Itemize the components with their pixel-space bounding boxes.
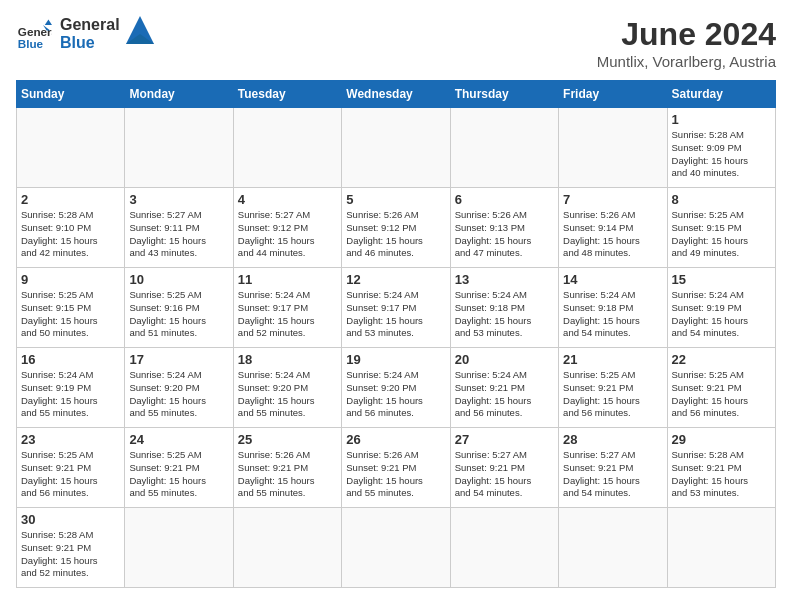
calendar-cell <box>233 508 341 588</box>
calendar-cell: 16Sunrise: 5:24 AM Sunset: 9:19 PM Dayli… <box>17 348 125 428</box>
day-number: 24 <box>129 432 228 447</box>
calendar-cell: 26Sunrise: 5:26 AM Sunset: 9:21 PM Dayli… <box>342 428 450 508</box>
day-number: 29 <box>672 432 771 447</box>
logo-icon: General Blue <box>16 16 52 52</box>
day-info: Sunrise: 5:24 AM Sunset: 9:21 PM Dayligh… <box>455 369 554 420</box>
day-number: 13 <box>455 272 554 287</box>
calendar-cell <box>559 508 667 588</box>
calendar-week-3: 16Sunrise: 5:24 AM Sunset: 9:19 PM Dayli… <box>17 348 776 428</box>
day-info: Sunrise: 5:24 AM Sunset: 9:19 PM Dayligh… <box>672 289 771 340</box>
day-number: 27 <box>455 432 554 447</box>
day-info: Sunrise: 5:28 AM Sunset: 9:09 PM Dayligh… <box>672 129 771 180</box>
day-info: Sunrise: 5:27 AM Sunset: 9:11 PM Dayligh… <box>129 209 228 260</box>
calendar-header-saturday: Saturday <box>667 81 775 108</box>
calendar-cell: 7Sunrise: 5:26 AM Sunset: 9:14 PM Daylig… <box>559 188 667 268</box>
day-number: 28 <box>563 432 662 447</box>
day-number: 7 <box>563 192 662 207</box>
day-info: Sunrise: 5:25 AM Sunset: 9:16 PM Dayligh… <box>129 289 228 340</box>
svg-marker-2 <box>45 20 52 25</box>
day-number: 16 <box>21 352 120 367</box>
calendar-cell: 20Sunrise: 5:24 AM Sunset: 9:21 PM Dayli… <box>450 348 558 428</box>
calendar-cell: 15Sunrise: 5:24 AM Sunset: 9:19 PM Dayli… <box>667 268 775 348</box>
calendar-cell <box>125 508 233 588</box>
calendar-cell <box>450 108 558 188</box>
calendar-header-friday: Friday <box>559 81 667 108</box>
month-title: June 2024 <box>597 16 776 53</box>
day-number: 1 <box>672 112 771 127</box>
day-number: 8 <box>672 192 771 207</box>
day-number: 21 <box>563 352 662 367</box>
day-info: Sunrise: 5:24 AM Sunset: 9:20 PM Dayligh… <box>129 369 228 420</box>
calendar-cell: 27Sunrise: 5:27 AM Sunset: 9:21 PM Dayli… <box>450 428 558 508</box>
calendar-cell: 28Sunrise: 5:27 AM Sunset: 9:21 PM Dayli… <box>559 428 667 508</box>
calendar-week-2: 9Sunrise: 5:25 AM Sunset: 9:15 PM Daylig… <box>17 268 776 348</box>
calendar-cell: 8Sunrise: 5:25 AM Sunset: 9:15 PM Daylig… <box>667 188 775 268</box>
day-info: Sunrise: 5:26 AM Sunset: 9:21 PM Dayligh… <box>238 449 337 500</box>
calendar-header-tuesday: Tuesday <box>233 81 341 108</box>
calendar-cell: 1Sunrise: 5:28 AM Sunset: 9:09 PM Daylig… <box>667 108 775 188</box>
calendar-cell: 10Sunrise: 5:25 AM Sunset: 9:16 PM Dayli… <box>125 268 233 348</box>
calendar-cell: 29Sunrise: 5:28 AM Sunset: 9:21 PM Dayli… <box>667 428 775 508</box>
svg-text:General: General <box>18 25 52 38</box>
day-number: 30 <box>21 512 120 527</box>
calendar-header-sunday: Sunday <box>17 81 125 108</box>
day-info: Sunrise: 5:26 AM Sunset: 9:14 PM Dayligh… <box>563 209 662 260</box>
calendar-cell: 17Sunrise: 5:24 AM Sunset: 9:20 PM Dayli… <box>125 348 233 428</box>
location-title: Muntlix, Vorarlberg, Austria <box>597 53 776 70</box>
calendar-cell: 3Sunrise: 5:27 AM Sunset: 9:11 PM Daylig… <box>125 188 233 268</box>
day-number: 3 <box>129 192 228 207</box>
logo-blue-text: Blue <box>60 34 120 52</box>
header: General Blue General Blue June 2024 Munt… <box>16 16 776 70</box>
day-number: 25 <box>238 432 337 447</box>
day-info: Sunrise: 5:27 AM Sunset: 9:12 PM Dayligh… <box>238 209 337 260</box>
day-info: Sunrise: 5:26 AM Sunset: 9:21 PM Dayligh… <box>346 449 445 500</box>
day-info: Sunrise: 5:25 AM Sunset: 9:15 PM Dayligh… <box>672 209 771 260</box>
calendar-cell: 30Sunrise: 5:28 AM Sunset: 9:21 PM Dayli… <box>17 508 125 588</box>
day-info: Sunrise: 5:24 AM Sunset: 9:20 PM Dayligh… <box>346 369 445 420</box>
day-info: Sunrise: 5:27 AM Sunset: 9:21 PM Dayligh… <box>563 449 662 500</box>
calendar-table: SundayMondayTuesdayWednesdayThursdayFrid… <box>16 80 776 588</box>
calendar-cell <box>559 108 667 188</box>
logo-triangle-icon <box>126 16 154 44</box>
day-number: 17 <box>129 352 228 367</box>
calendar-header-row: SundayMondayTuesdayWednesdayThursdayFrid… <box>17 81 776 108</box>
calendar-cell <box>342 108 450 188</box>
day-number: 23 <box>21 432 120 447</box>
day-number: 14 <box>563 272 662 287</box>
day-info: Sunrise: 5:26 AM Sunset: 9:13 PM Dayligh… <box>455 209 554 260</box>
day-number: 15 <box>672 272 771 287</box>
day-number: 22 <box>672 352 771 367</box>
calendar-cell <box>667 508 775 588</box>
day-info: Sunrise: 5:24 AM Sunset: 9:17 PM Dayligh… <box>346 289 445 340</box>
day-info: Sunrise: 5:27 AM Sunset: 9:21 PM Dayligh… <box>455 449 554 500</box>
calendar-cell <box>450 508 558 588</box>
day-info: Sunrise: 5:26 AM Sunset: 9:12 PM Dayligh… <box>346 209 445 260</box>
day-number: 12 <box>346 272 445 287</box>
day-info: Sunrise: 5:25 AM Sunset: 9:15 PM Dayligh… <box>21 289 120 340</box>
calendar-header-monday: Monday <box>125 81 233 108</box>
logo: General Blue General Blue <box>16 16 154 52</box>
day-info: Sunrise: 5:24 AM Sunset: 9:20 PM Dayligh… <box>238 369 337 420</box>
day-number: 19 <box>346 352 445 367</box>
calendar-cell <box>342 508 450 588</box>
day-info: Sunrise: 5:24 AM Sunset: 9:18 PM Dayligh… <box>455 289 554 340</box>
logo-general-text: General <box>60 16 120 34</box>
calendar-cell: 18Sunrise: 5:24 AM Sunset: 9:20 PM Dayli… <box>233 348 341 428</box>
day-info: Sunrise: 5:28 AM Sunset: 9:21 PM Dayligh… <box>21 529 120 580</box>
calendar-cell: 6Sunrise: 5:26 AM Sunset: 9:13 PM Daylig… <box>450 188 558 268</box>
day-number: 10 <box>129 272 228 287</box>
calendar-cell: 19Sunrise: 5:24 AM Sunset: 9:20 PM Dayli… <box>342 348 450 428</box>
day-info: Sunrise: 5:25 AM Sunset: 9:21 PM Dayligh… <box>129 449 228 500</box>
calendar-cell: 4Sunrise: 5:27 AM Sunset: 9:12 PM Daylig… <box>233 188 341 268</box>
day-number: 5 <box>346 192 445 207</box>
calendar-cell: 22Sunrise: 5:25 AM Sunset: 9:21 PM Dayli… <box>667 348 775 428</box>
day-number: 11 <box>238 272 337 287</box>
calendar-cell: 5Sunrise: 5:26 AM Sunset: 9:12 PM Daylig… <box>342 188 450 268</box>
calendar-week-1: 2Sunrise: 5:28 AM Sunset: 9:10 PM Daylig… <box>17 188 776 268</box>
day-number: 2 <box>21 192 120 207</box>
calendar-cell <box>125 108 233 188</box>
calendar-cell: 24Sunrise: 5:25 AM Sunset: 9:21 PM Dayli… <box>125 428 233 508</box>
svg-text:Blue: Blue <box>18 37 44 50</box>
day-info: Sunrise: 5:28 AM Sunset: 9:21 PM Dayligh… <box>672 449 771 500</box>
calendar-cell: 9Sunrise: 5:25 AM Sunset: 9:15 PM Daylig… <box>17 268 125 348</box>
